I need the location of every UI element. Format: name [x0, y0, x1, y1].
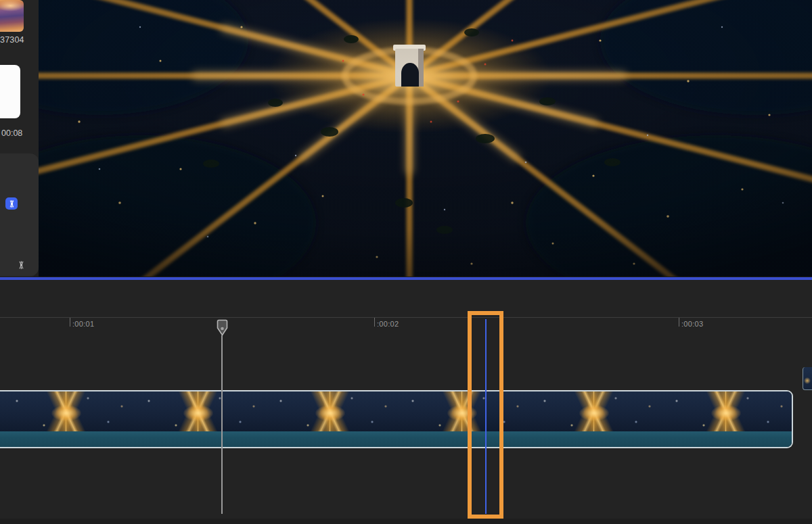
- video-clip[interactable]: [0, 390, 793, 448]
- panel-divider: [0, 277, 812, 280]
- ruler-tick: [70, 318, 70, 327]
- clip-filmstrip: [0, 391, 792, 431]
- preview-frame-image: [39, 0, 812, 277]
- transition-add-button[interactable]: [5, 197, 18, 210]
- ruler-tick-label: :00:03: [681, 320, 703, 328]
- transition-icon: [16, 260, 26, 270]
- video-preview: [39, 0, 812, 277]
- timeline-bottom-edge: [0, 519, 812, 524]
- media-item-id: 37304: [0, 35, 31, 45]
- transition-toggle-button[interactable]: [15, 260, 27, 270]
- timeline-ruler[interactable]: :00:01 :00:02 :00:03: [0, 317, 812, 336]
- ruler-tick: [679, 318, 679, 327]
- transition-icon: [7, 199, 16, 208]
- video-editor-window: 37304 00:08 00:02:: [0, 0, 812, 524]
- ruler-tick: [374, 318, 375, 327]
- media-card[interactable]: [0, 65, 20, 118]
- clip-fragment[interactable]: [803, 367, 812, 390]
- ruler-tick-label: :00:02: [377, 320, 399, 328]
- clip-audio-section: [0, 431, 792, 447]
- hover-playhead-line[interactable]: [485, 319, 487, 514]
- ruler-tick-label: :00:01: [72, 320, 94, 328]
- sidebar-card[interactable]: [0, 153, 39, 276]
- media-sidebar: 37304 00:08: [0, 0, 39, 277]
- media-item-duration: 00:08: [1, 128, 22, 138]
- media-thumbnail[interactable]: [0, 0, 24, 32]
- playhead-line: [221, 335, 223, 514]
- playhead-marker-icon: [217, 319, 228, 336]
- playhead-handle[interactable]: [217, 319, 228, 336]
